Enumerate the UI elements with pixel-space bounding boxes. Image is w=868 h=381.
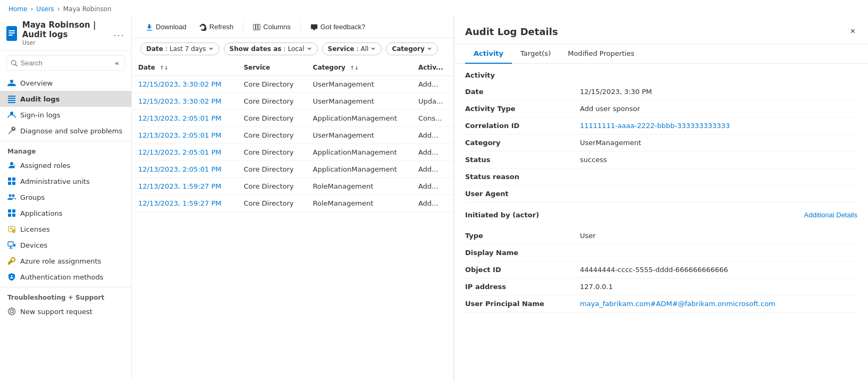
feedback-button[interactable]: Got feedback? — [305, 20, 371, 33]
filters-bar: Date : Last 7 days Show dates as : Local… — [132, 38, 453, 60]
filter-date[interactable]: Date : Last 7 days — [140, 43, 220, 55]
refresh-icon — [199, 23, 207, 31]
detail-row-status: Status success — [465, 151, 857, 168]
sidebar-item-groups[interactable]: Groups — [0, 189, 131, 205]
svg-rect-10 — [8, 182, 11, 185]
filter-category[interactable]: Category — [386, 43, 437, 55]
manage-section-label: Manage — [0, 141, 131, 157]
svg-rect-27 — [258, 24, 260, 30]
sidebar-item-admin-units[interactable]: Administrative units — [0, 173, 131, 189]
sidebar-item-label: Diagnose and solve problems — [20, 127, 122, 135]
sidebar-item-label: Applications — [20, 209, 62, 217]
tab-modified-properties[interactable]: Modified Properties — [559, 44, 643, 64]
sidebar-item-licenses[interactable]: Licenses — [0, 221, 131, 237]
sidebar-item-sign-in-logs[interactable]: Sign-in logs — [0, 107, 131, 123]
sidebar-item-audit-logs[interactable]: Audit logs — [0, 91, 131, 107]
svg-rect-4 — [8, 98, 15, 99]
col-category[interactable]: Category ↑↓ — [307, 60, 412, 76]
svg-rect-16 — [8, 214, 11, 217]
refresh-button[interactable]: Refresh — [194, 20, 239, 33]
chevron-down-icon — [427, 46, 432, 52]
sidebar-item-applications[interactable]: Applications — [0, 205, 131, 221]
search-input[interactable] — [21, 59, 111, 67]
columns-icon — [253, 23, 260, 31]
sidebar-item-assigned-roles[interactable]: Assigned roles — [0, 157, 131, 173]
wrench-icon — [7, 126, 16, 135]
signin-icon — [7, 111, 16, 119]
shield-icon — [7, 273, 16, 281]
col-service[interactable]: Service — [237, 60, 306, 76]
col-date[interactable]: Date ↑↓ — [132, 60, 237, 76]
tab-targets[interactable]: Target(s) — [512, 44, 559, 64]
sidebar-item-label: Devices — [20, 241, 47, 249]
panel-header: Audit Log Details × — [454, 16, 868, 44]
troubleshooting-section-label: Troubleshooting + Support — [0, 287, 131, 303]
svg-rect-2 — [9, 35, 13, 36]
toolbar-separator — [243, 21, 243, 33]
download-icon — [146, 23, 153, 31]
breadcrumb-current: Maya Robinson — [63, 5, 112, 13]
svg-rect-17 — [12, 214, 15, 217]
sidebar-item-label: Authentication methods — [20, 273, 104, 281]
devices-icon — [7, 241, 16, 249]
table-row[interactable]: 12/13/2023, 2:05:01 PM Core Directory Ap… — [132, 161, 453, 178]
search-bar: « — [6, 55, 125, 71]
licenses-icon — [7, 225, 16, 233]
sidebar-item-azure-roles[interactable]: Azure role assignments — [0, 253, 131, 269]
feedback-icon — [310, 23, 318, 31]
svg-rect-5 — [8, 100, 15, 101]
breadcrumb-users[interactable]: Users — [36, 5, 54, 13]
panel-tabs: Activity Target(s) Modified Properties — [454, 44, 868, 64]
sidebar-item-overview[interactable]: Overview — [0, 75, 131, 91]
table-row[interactable]: 12/13/2023, 1:59:27 PM Core Directory Ro… — [132, 195, 453, 212]
content-area: Download Refresh Columns Got feedback? D… — [132, 16, 453, 381]
svg-point-19 — [12, 230, 15, 233]
apps-icon — [7, 209, 16, 217]
table-row[interactable]: 12/13/2023, 2:05:01 PM Core Directory Ap… — [132, 110, 453, 127]
columns-button[interactable]: Columns — [248, 20, 296, 33]
actor-detail-display-name: Display Name — [465, 244, 857, 261]
more-options-button[interactable]: ... — [114, 28, 125, 38]
sidebar-item-label: Assigned roles — [20, 162, 70, 170]
page-subtitle: User — [22, 39, 108, 46]
sidebar-item-label: Sign-in logs — [20, 111, 61, 119]
additional-details-button[interactable]: Additional Details — [804, 207, 857, 223]
table-row[interactable]: 12/15/2023, 3:30:02 PM Core Directory Us… — [132, 76, 453, 93]
svg-rect-20 — [8, 242, 13, 246]
svg-point-12 — [9, 194, 12, 197]
filter-show-dates-as[interactable]: Show dates as : Local — [224, 43, 318, 55]
audit-log-details-panel: Audit Log Details × Activity Target(s) M… — [453, 16, 868, 381]
detail-row-category: Category UserManagement — [465, 134, 857, 151]
table-row[interactable]: 12/13/2023, 2:05:01 PM Core Directory Ap… — [132, 144, 453, 161]
panel-content: Activity Date 12/15/2023, 3:30 PM Activi… — [454, 64, 868, 381]
sidebar-item-devices[interactable]: Devices — [0, 237, 131, 253]
sidebar-item-diagnose[interactable]: Diagnose and solve problems — [0, 123, 131, 139]
col-activity[interactable]: Activ... — [412, 60, 453, 76]
toolbar: Download Refresh Columns Got feedback? — [132, 16, 453, 38]
table-row[interactable]: 12/13/2023, 2:05:01 PM Core Directory Us… — [132, 127, 453, 144]
detail-row-date: Date 12/15/2023, 3:30 PM — [465, 83, 857, 100]
groups-icon — [7, 193, 16, 201]
tab-activity[interactable]: Activity — [465, 44, 512, 64]
sidebar-item-label: Audit logs — [20, 95, 60, 103]
svg-rect-11 — [12, 182, 15, 185]
chevron-down-icon — [370, 46, 376, 52]
collapse-button[interactable]: « — [114, 58, 120, 68]
sidebar: Maya Robinson | Audit logs User ... « Ov… — [0, 16, 132, 381]
table-header-row: Date ↑↓ Service Category ↑↓ Activ... — [132, 60, 453, 76]
svg-rect-21 — [14, 244, 15, 247]
sidebar-header: Maya Robinson | Audit logs User ... — [0, 16, 131, 51]
sidebar-item-auth-methods[interactable]: Authentication methods — [0, 269, 131, 285]
sidebar-item-support-request[interactable]: New support request — [0, 303, 131, 319]
close-button[interactable]: × — [848, 24, 857, 38]
download-button[interactable]: Download — [140, 20, 192, 33]
detail-row-user-agent: User Agent — [465, 185, 857, 202]
sidebar-item-label: Groups — [20, 193, 45, 201]
table-row[interactable]: 12/13/2023, 1:59:27 PM Core Directory Ro… — [132, 178, 453, 195]
table-row[interactable]: 12/15/2023, 3:30:02 PM Core Directory Us… — [132, 93, 453, 110]
breadcrumb: Home › Users › Maya Robinson — [0, 0, 868, 16]
svg-rect-1 — [9, 32, 15, 33]
breadcrumb-home[interactable]: Home — [9, 5, 27, 13]
filter-service[interactable]: Service : All — [322, 43, 382, 55]
svg-rect-6 — [8, 102, 15, 103]
